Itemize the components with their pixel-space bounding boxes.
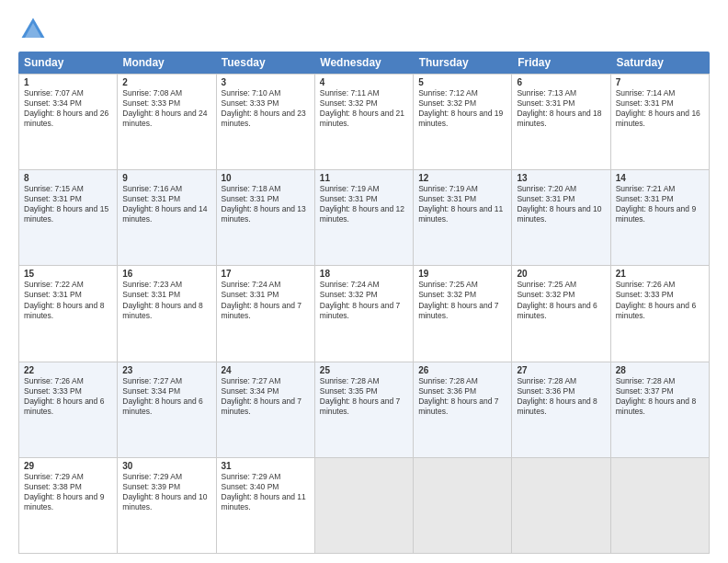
- sunrise-text: Sunrise: 7:08 AM: [122, 88, 210, 98]
- day-number: 27: [517, 365, 605, 375]
- sunset-text: Sunset: 3:32 PM: [517, 290, 605, 300]
- logo-icon: [18, 15, 48, 44]
- daylight-text: Daylight: 8 hours and 11 minutes.: [418, 204, 506, 224]
- sunset-text: Sunset: 3:34 PM: [222, 386, 310, 396]
- calendar-cell: 27Sunrise: 7:28 AMSunset: 3:36 PMDayligh…: [512, 362, 610, 457]
- daylight-text: Daylight: 8 hours and 6 minutes.: [616, 301, 704, 321]
- sunrise-text: Sunrise: 7:25 AM: [517, 280, 605, 290]
- day-number: 18: [320, 269, 408, 279]
- sunset-text: Sunset: 3:36 PM: [418, 386, 506, 396]
- calendar-week-row: 1Sunrise: 7:07 AMSunset: 3:34 PMDaylight…: [18, 74, 710, 170]
- sunrise-text: Sunrise: 7:27 AM: [122, 376, 210, 386]
- sunset-text: Sunset: 3:33 PM: [222, 98, 310, 109]
- daylight-text: Daylight: 8 hours and 24 minutes.: [122, 109, 210, 129]
- calendar-cell: 19Sunrise: 7:25 AMSunset: 3:32 PMDayligh…: [414, 266, 512, 361]
- sunset-text: Sunset: 3:34 PM: [24, 98, 112, 109]
- calendar-day-header: Monday: [117, 52, 215, 74]
- sunrise-text: Sunrise: 7:26 AM: [616, 280, 704, 290]
- day-number: 2: [122, 77, 210, 87]
- sunset-text: Sunset: 3:31 PM: [320, 194, 408, 204]
- page: SundayMondayTuesdayWednesdayThursdayFrid…: [0, 0, 728, 563]
- day-number: 31: [222, 461, 310, 471]
- daylight-text: Daylight: 8 hours and 7 minutes.: [418, 396, 506, 417]
- daylight-text: Daylight: 8 hours and 8 minutes.: [517, 396, 605, 417]
- day-number: 12: [418, 173, 506, 183]
- sunset-text: Sunset: 3:32 PM: [418, 290, 506, 300]
- daylight-text: Daylight: 8 hours and 10 minutes.: [122, 492, 210, 512]
- day-number: 6: [517, 77, 605, 87]
- calendar-cell: 25Sunrise: 7:28 AMSunset: 3:35 PMDayligh…: [315, 362, 414, 457]
- day-number: 3: [222, 77, 310, 87]
- daylight-text: Daylight: 8 hours and 8 minutes.: [616, 396, 704, 417]
- day-number: 20: [517, 269, 605, 279]
- calendar-cell: 10Sunrise: 7:18 AMSunset: 3:31 PMDayligh…: [217, 170, 315, 265]
- calendar-cell: 11Sunrise: 7:19 AMSunset: 3:31 PMDayligh…: [315, 170, 414, 265]
- calendar-week-row: 8Sunrise: 7:15 AMSunset: 3:31 PMDaylight…: [18, 170, 710, 266]
- calendar-cell: 15Sunrise: 7:22 AMSunset: 3:31 PMDayligh…: [19, 266, 118, 361]
- daylight-text: Daylight: 8 hours and 11 minutes.: [222, 492, 310, 512]
- header: [18, 15, 710, 44]
- calendar-cell: 17Sunrise: 7:24 AMSunset: 3:31 PMDayligh…: [217, 266, 315, 361]
- calendar-day-header: Sunday: [18, 52, 117, 74]
- day-number: 21: [616, 269, 704, 279]
- calendar-cell: 12Sunrise: 7:19 AMSunset: 3:31 PMDayligh…: [414, 170, 512, 265]
- sunrise-text: Sunrise: 7:11 AM: [320, 88, 408, 98]
- calendar-cell: 30Sunrise: 7:29 AMSunset: 3:39 PMDayligh…: [118, 458, 216, 553]
- calendar-cell: 14Sunrise: 7:21 AMSunset: 3:31 PMDayligh…: [611, 170, 710, 265]
- day-number: 29: [24, 461, 112, 471]
- sunrise-text: Sunrise: 7:15 AM: [24, 184, 112, 194]
- sunset-text: Sunset: 3:31 PM: [122, 194, 210, 204]
- sunset-text: Sunset: 3:38 PM: [24, 482, 112, 492]
- calendar-cell: [611, 458, 710, 553]
- sunset-text: Sunset: 3:31 PM: [24, 290, 112, 300]
- calendar-day-header: Tuesday: [216, 52, 314, 74]
- sunset-text: Sunset: 3:36 PM: [517, 386, 605, 396]
- daylight-text: Daylight: 8 hours and 7 minutes.: [320, 301, 408, 321]
- sunrise-text: Sunrise: 7:18 AM: [222, 184, 310, 194]
- sunrise-text: Sunrise: 7:12 AM: [418, 88, 506, 98]
- calendar-day-header: Thursday: [414, 52, 512, 74]
- day-number: 24: [222, 365, 310, 375]
- day-number: 7: [616, 77, 704, 87]
- daylight-text: Daylight: 8 hours and 23 minutes.: [222, 109, 310, 129]
- sunrise-text: Sunrise: 7:24 AM: [320, 280, 408, 290]
- calendar-week-row: 22Sunrise: 7:26 AMSunset: 3:33 PMDayligh…: [18, 362, 710, 458]
- daylight-text: Daylight: 8 hours and 6 minutes.: [24, 396, 112, 417]
- calendar-cell: 18Sunrise: 7:24 AMSunset: 3:32 PMDayligh…: [315, 266, 414, 361]
- sunset-text: Sunset: 3:31 PM: [517, 194, 605, 204]
- day-number: 15: [24, 269, 112, 279]
- calendar-cell: 16Sunrise: 7:23 AMSunset: 3:31 PMDayligh…: [118, 266, 216, 361]
- day-number: 30: [122, 461, 210, 471]
- daylight-text: Daylight: 8 hours and 12 minutes.: [320, 204, 408, 224]
- daylight-text: Daylight: 8 hours and 15 minutes.: [24, 204, 112, 224]
- sunset-text: Sunset: 3:31 PM: [222, 194, 310, 204]
- day-number: 8: [24, 173, 112, 183]
- calendar-cell: 29Sunrise: 7:29 AMSunset: 3:38 PMDayligh…: [19, 458, 118, 553]
- calendar-cell: [512, 458, 610, 553]
- sunset-text: Sunset: 3:31 PM: [418, 194, 506, 204]
- sunset-text: Sunset: 3:35 PM: [320, 386, 408, 396]
- day-number: 14: [616, 173, 704, 183]
- calendar-cell: 26Sunrise: 7:28 AMSunset: 3:36 PMDayligh…: [414, 362, 512, 457]
- calendar-cell: [315, 458, 414, 553]
- daylight-text: Daylight: 8 hours and 7 minutes.: [320, 396, 408, 417]
- sunrise-text: Sunrise: 7:29 AM: [122, 472, 210, 482]
- calendar-cell: 23Sunrise: 7:27 AMSunset: 3:34 PMDayligh…: [118, 362, 216, 457]
- daylight-text: Daylight: 8 hours and 7 minutes.: [222, 301, 310, 321]
- daylight-text: Daylight: 8 hours and 21 minutes.: [320, 109, 408, 129]
- daylight-text: Daylight: 8 hours and 16 minutes.: [616, 109, 704, 129]
- day-number: 28: [616, 365, 704, 375]
- daylight-text: Daylight: 8 hours and 26 minutes.: [24, 109, 112, 129]
- sunrise-text: Sunrise: 7:24 AM: [222, 280, 310, 290]
- calendar-week-row: 29Sunrise: 7:29 AMSunset: 3:38 PMDayligh…: [18, 458, 710, 554]
- calendar-cell: 8Sunrise: 7:15 AMSunset: 3:31 PMDaylight…: [19, 170, 118, 265]
- sunrise-text: Sunrise: 7:14 AM: [616, 88, 704, 98]
- calendar-cell: [414, 458, 512, 553]
- daylight-text: Daylight: 8 hours and 8 minutes.: [24, 301, 112, 321]
- sunset-text: Sunset: 3:33 PM: [616, 290, 704, 300]
- sunrise-text: Sunrise: 7:20 AM: [517, 184, 605, 194]
- calendar-cell: 21Sunrise: 7:26 AMSunset: 3:33 PMDayligh…: [611, 266, 710, 361]
- sunrise-text: Sunrise: 7:13 AM: [517, 88, 605, 98]
- day-number: 26: [418, 365, 506, 375]
- logo: [18, 15, 51, 44]
